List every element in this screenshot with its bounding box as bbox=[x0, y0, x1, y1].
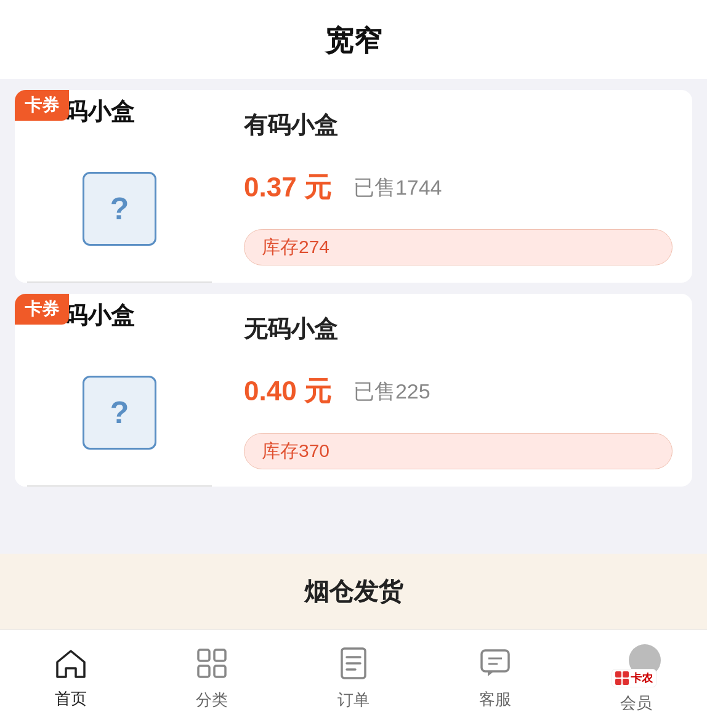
price-value-2: 0.40 元 bbox=[244, 373, 331, 410]
product-image-2: ? bbox=[83, 376, 156, 450]
list-icon bbox=[339, 647, 368, 684]
card-badge-2: 卡券 bbox=[15, 294, 69, 325]
nav-item-order[interactable]: 订单 bbox=[283, 647, 424, 711]
sold-count-2: 已售225 bbox=[354, 378, 430, 406]
product-card-1[interactable]: 卡券 码小盒 ? 有码小盒 0.37 元 已售1744 库存274 bbox=[15, 90, 692, 283]
product-info-section-1: 有码小盒 0.37 元 已售1744 库存274 bbox=[224, 90, 692, 283]
product-info-section-2: 无码小盒 0.40 元 已售225 库存370 bbox=[224, 294, 692, 487]
question-mark-icon-1: ? bbox=[110, 191, 129, 227]
nav-item-service[interactable]: 客服 bbox=[424, 648, 566, 710]
nav-label-category: 分类 bbox=[196, 689, 228, 711]
price-row-1: 0.37 元 已售1744 bbox=[244, 169, 673, 206]
price-row-2: 0.40 元 已售225 bbox=[244, 373, 673, 410]
community-badge: 卡农 bbox=[612, 669, 656, 687]
product-image-section-1: 卡券 码小盒 ? bbox=[15, 90, 224, 283]
product-title-overlay-1: 码小盒 bbox=[64, 96, 134, 127]
svg-rect-12 bbox=[623, 671, 629, 677]
next-section-preview: 烟仓发货 bbox=[0, 554, 707, 629]
nav-item-home[interactable]: 首页 bbox=[0, 649, 142, 710]
nav-label-order: 订单 bbox=[337, 689, 370, 711]
product-name-2: 无码小盒 bbox=[244, 313, 673, 345]
question-mark-icon-2: ? bbox=[110, 395, 129, 431]
nav-label-home: 首页 bbox=[55, 688, 87, 710]
stock-badge-2: 库存370 bbox=[244, 433, 673, 469]
nav-item-category[interactable]: 分类 bbox=[142, 647, 283, 711]
product-card-2[interactable]: 卡券 码小盒 ? 无码小盒 0.40 元 已售225 库存370 bbox=[15, 294, 692, 487]
page-title-section: 宽窄 bbox=[0, 0, 707, 79]
product-list: 卡券 码小盒 ? 有码小盒 0.37 元 已售1744 库存274 卡券 码小盒… bbox=[0, 90, 707, 543]
svg-rect-11 bbox=[615, 671, 621, 677]
product-image-section-2: 卡券 码小盒 ? bbox=[15, 294, 224, 487]
grid-icon bbox=[196, 647, 228, 684]
next-section-title: 烟仓发货 bbox=[304, 578, 403, 605]
svg-rect-14 bbox=[623, 679, 629, 685]
sold-count-1: 已售1744 bbox=[354, 174, 442, 202]
chat-icon bbox=[479, 648, 511, 684]
svg-rect-8 bbox=[482, 650, 509, 671]
page-title: 宽窄 bbox=[0, 22, 707, 60]
nav-item-member[interactable]: 卡农 会员 bbox=[565, 644, 707, 714]
svg-rect-3 bbox=[214, 666, 225, 677]
stock-badge-1: 库存274 bbox=[244, 229, 673, 265]
bottom-nav: 首页 分类 订单 bbox=[0, 629, 707, 728]
card-badge-1: 卡券 bbox=[15, 90, 69, 121]
product-image-1: ? bbox=[83, 172, 156, 246]
member-nav-icon: 卡农 bbox=[612, 644, 661, 687]
svg-rect-1 bbox=[214, 650, 225, 661]
home-icon bbox=[55, 649, 87, 683]
product-title-overlay-2: 码小盒 bbox=[64, 300, 134, 331]
svg-rect-0 bbox=[198, 650, 209, 661]
nav-label-member: 会员 bbox=[620, 692, 652, 714]
product-name-1: 有码小盒 bbox=[244, 110, 673, 141]
svg-rect-2 bbox=[198, 666, 209, 677]
svg-rect-13 bbox=[615, 679, 621, 685]
price-value-1: 0.37 元 bbox=[244, 169, 331, 206]
nav-label-service: 客服 bbox=[479, 689, 511, 710]
